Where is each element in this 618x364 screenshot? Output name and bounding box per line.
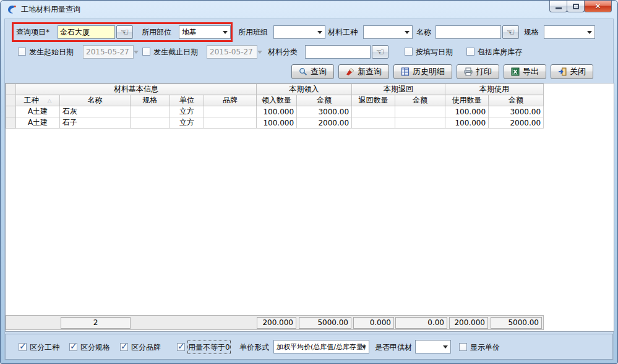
- project-picker-button[interactable]: ☜: [116, 25, 133, 39]
- column-header-worktype[interactable]: 工种△: [16, 95, 60, 106]
- group-header-used: 本期使用: [445, 84, 544, 95]
- column-header-received-amount[interactable]: 金额: [297, 95, 352, 106]
- corner-header-cell: [6, 84, 16, 95]
- column-header-unit[interactable]: 单位: [170, 95, 204, 106]
- spec-select[interactable]: [544, 25, 595, 39]
- column-header-returned-qty[interactable]: 退回数量: [352, 95, 395, 106]
- column-header-spec[interactable]: 规格: [131, 95, 170, 106]
- start-date-checkbox[interactable]: [18, 48, 26, 56]
- category-label: 材料分类: [268, 45, 298, 59]
- close-window-button-label: 关闭: [570, 66, 586, 77]
- excel-export-icon: [511, 67, 520, 76]
- show-unit-price-label[interactable]: 显示单价: [470, 341, 500, 353]
- group-header-returned: 本期退回: [352, 84, 445, 95]
- end-date-label: 发生截止日期: [153, 45, 198, 59]
- summary-bar: 2 200.000 5000.00 0.000 0.00 200.000 500…: [6, 315, 544, 330]
- sort-indicator-icon: △: [48, 98, 52, 104]
- row-indicator[interactable]: [6, 106, 16, 117]
- history-detail-button[interactable]: 历史明细: [393, 64, 452, 79]
- summary-returned-qty: 0.000: [353, 317, 394, 329]
- distinguish-spec-label[interactable]: 区分规格: [80, 341, 110, 353]
- column-header-brand[interactable]: 品牌: [204, 95, 257, 106]
- worktype-select[interactable]: [363, 25, 413, 39]
- by-fill-date-label[interactable]: 按填写日期: [416, 45, 453, 59]
- print-button[interactable]: 打印: [457, 64, 499, 79]
- group-header-received: 本期领入: [257, 84, 352, 95]
- hand-picker-icon: ☜: [376, 48, 384, 57]
- grid-cell: 2000.00: [489, 117, 544, 129]
- name-picker-button[interactable]: ☜: [502, 25, 519, 39]
- include-warehouse-checkbox[interactable]: [466, 48, 474, 56]
- part-label: 所用部位: [142, 25, 171, 39]
- category-picker-button[interactable]: ☜: [372, 45, 388, 59]
- minimize-icon: [556, 7, 562, 9]
- name-label: 名称: [416, 25, 431, 39]
- exit-door-icon: [558, 67, 567, 76]
- chevron-down-icon: [317, 31, 322, 34]
- print-button-label: 打印: [476, 66, 492, 77]
- data-grid: 材料基本信息 本期领入 本期退回 本期使用 工种△ 名称 规格 单位 品牌 领入…: [5, 83, 614, 332]
- part-select-value: 地基: [182, 27, 197, 38]
- column-header-used-amount[interactable]: 金额: [489, 95, 544, 106]
- party-a-supplied-select[interactable]: [415, 340, 451, 353]
- grid-cell: 立方: [170, 117, 204, 129]
- titlebar[interactable]: 工地材料用量查询 ✕: [1, 1, 617, 19]
- grid-cell: A土建: [16, 106, 60, 117]
- column-header-received-qty[interactable]: 领入数量: [257, 95, 297, 106]
- table-row[interactable]: A土建石子立方100.0002000.00100.0002000.00: [6, 117, 544, 129]
- maximize-icon: [573, 4, 579, 9]
- price-form-label: 单价形式: [239, 341, 269, 353]
- table-row[interactable]: A土建石灰立方100.0003000.00100.0003000.00: [6, 106, 544, 117]
- category-input[interactable]: [305, 45, 371, 59]
- summary-returned-amount: 0.00: [395, 317, 447, 329]
- query-button[interactable]: 查询: [291, 64, 334, 79]
- project-input[interactable]: [58, 25, 115, 39]
- by-fill-date-checkbox[interactable]: [405, 48, 413, 56]
- toolbar: 查询 新查询 历史明细 打印 导出 关闭: [5, 63, 613, 80]
- distinguish-worktype-checkbox[interactable]: [19, 343, 27, 351]
- close-icon: ✕: [594, 2, 601, 10]
- grid-cell: A土建: [16, 117, 60, 129]
- part-select[interactable]: 地基: [179, 25, 231, 39]
- show-unit-price-checkbox[interactable]: [459, 343, 467, 351]
- grid-cell: 100.000: [257, 106, 297, 117]
- grid-cell: [204, 117, 257, 129]
- project-label: 查询项目*: [16, 25, 49, 39]
- minimize-button[interactable]: [549, 1, 567, 12]
- new-query-button-label: 新查询: [358, 66, 382, 77]
- summary-used-amount: 5000.00: [491, 317, 542, 329]
- spec-label: 规格: [524, 25, 539, 39]
- history-detail-button-label: 历史明细: [413, 66, 445, 77]
- team-select[interactable]: [273, 25, 325, 39]
- grid-cell: 100.000: [445, 106, 489, 117]
- close-button[interactable]: ✕: [584, 1, 612, 12]
- column-header-used-qty[interactable]: 使用数量: [445, 95, 489, 106]
- grid-cell: [352, 106, 395, 117]
- distinguish-brand-label[interactable]: 区分品牌: [131, 341, 161, 353]
- name-input[interactable]: [436, 25, 501, 39]
- column-header-name[interactable]: 名称: [60, 95, 131, 106]
- window-content: 查询项目* ☜ 所用部位 地基 所用班组 材料工种 名称 ☜ 规格 发生起始日期…: [4, 19, 614, 360]
- maximize-button[interactable]: [567, 1, 585, 12]
- export-button[interactable]: 导出: [504, 64, 546, 79]
- start-date-field[interactable]: 2015-05-27: [83, 45, 134, 59]
- column-header-returned-amount[interactable]: 金额: [395, 95, 445, 106]
- usage-not-zero-label[interactable]: 用量不等于0: [188, 341, 230, 353]
- include-warehouse-label[interactable]: 包括库房库存: [478, 45, 522, 59]
- distinguish-spec-checkbox[interactable]: [69, 343, 77, 351]
- distinguish-brand-checkbox[interactable]: [120, 343, 128, 351]
- close-window-button[interactable]: 关闭: [551, 64, 593, 79]
- row-indicator[interactable]: [6, 117, 16, 129]
- grid-cell: [131, 106, 170, 117]
- indicator-header-cell: [6, 95, 16, 106]
- new-query-button[interactable]: 新查询: [338, 64, 389, 79]
- column-header-label: 工种: [24, 96, 39, 104]
- grid-cell: 2000.00: [297, 117, 352, 129]
- end-date-checkbox[interactable]: [142, 48, 150, 56]
- printer-icon: [464, 67, 473, 76]
- distinguish-worktype-label[interactable]: 区分工种: [30, 341, 59, 353]
- usage-not-zero-checkbox[interactable]: [177, 343, 185, 351]
- price-form-select[interactable]: 加权平均价(总库值/总库存量): [273, 340, 369, 353]
- team-label: 所用班组: [238, 25, 268, 39]
- end-date-field[interactable]: 2015-05-27: [207, 45, 257, 59]
